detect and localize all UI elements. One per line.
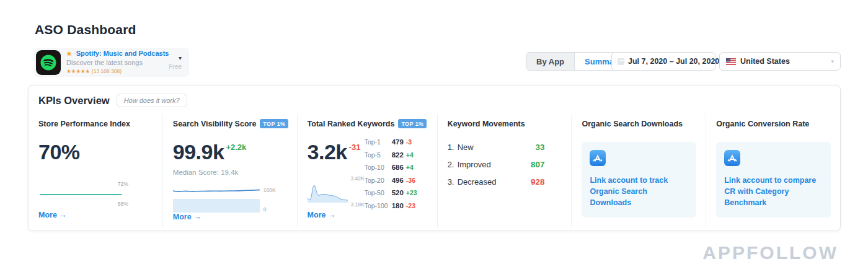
app-subtitle: Discover the latest songs bbox=[66, 59, 169, 68]
favorite-star-icon: ★ bbox=[66, 50, 72, 58]
table-row: Top-20 496 -36 bbox=[365, 177, 428, 184]
search-visibility-top-badge: TOP 1% bbox=[260, 119, 288, 128]
table-row: Top-50 520 +23 bbox=[365, 189, 428, 196]
organic-downloads-link-panel[interactable]: Link account to track Organic Search Dow… bbox=[582, 142, 696, 218]
app-store-icon bbox=[590, 150, 606, 166]
app-meta: ★ Spotify: Music and Podcasts Discover t… bbox=[66, 50, 169, 75]
page-title: ASO Dashboard bbox=[35, 22, 136, 37]
store-performance-title: Store Performance Index bbox=[38, 120, 130, 128]
card-organic-downloads: Organic Search Downloads Link account to… bbox=[572, 114, 706, 228]
sv-axis-top: 100K bbox=[264, 187, 276, 193]
list-item: 2. Improved 807 bbox=[448, 160, 545, 169]
organic-cr-link[interactable]: Link account to compare CR with Category… bbox=[724, 175, 823, 208]
ranked-keywords-sparkline: 3.42K 3.18K bbox=[308, 175, 365, 211]
list-item: 3. Decreased 928 bbox=[448, 177, 545, 187]
sp-axis-bottom: 68% bbox=[118, 201, 128, 207]
ranked-keywords-value: 3.2k bbox=[308, 140, 347, 164]
tab-by-app[interactable]: By App bbox=[526, 53, 575, 70]
spotify-app-icon bbox=[36, 50, 61, 75]
keyword-movements-list: 1. New 33 2. Improved 807 3. Decreased 9… bbox=[448, 143, 562, 195]
ranked-keywords-title: Total Ranked Keywords bbox=[308, 120, 395, 128]
ranked-keywords-more-link[interactable]: More → bbox=[308, 211, 428, 219]
calendar-icon bbox=[618, 58, 624, 65]
country-value: United States bbox=[740, 57, 790, 66]
how-does-it-work-button[interactable]: How does it work? bbox=[117, 94, 187, 107]
app-selector[interactable]: ★ Spotify: Music and Podcasts Discover t… bbox=[34, 48, 189, 77]
list-item: 1. New 33 bbox=[448, 143, 545, 152]
store-performance-sparkline: 72% 68% bbox=[38, 181, 153, 208]
organic-cr-link-panel[interactable]: Link account to compare CR with Category… bbox=[716, 142, 831, 218]
store-performance-more-link[interactable]: More → bbox=[38, 211, 153, 219]
kpis-section-title: KPIs Overview bbox=[38, 95, 110, 107]
card-search-visibility: Search Visibility Score TOP 1% 99.9k+2.2… bbox=[163, 114, 298, 228]
table-row: Top-5 822 +4 bbox=[365, 151, 428, 159]
table-row: Top-1 479 -3 bbox=[365, 138, 428, 146]
apple-logo-icon bbox=[74, 50, 74, 58]
kw-axis-top: 3.42K bbox=[350, 175, 364, 182]
store-performance-value: 70% bbox=[38, 140, 80, 164]
sv-line bbox=[173, 186, 260, 195]
country-caret-icon: ▾ bbox=[831, 58, 834, 64]
table-row: Top-10 686 +4 bbox=[365, 164, 428, 171]
sp-axis-top: 72% bbox=[118, 181, 128, 187]
app-name: Spotify: Music and Podcasts bbox=[76, 50, 169, 58]
organic-cr-title: Organic Conversion Rate bbox=[716, 120, 809, 128]
median-score-label: Median Score: 19.4k bbox=[173, 169, 288, 176]
appfollow-watermark: APPFOLLOW bbox=[702, 242, 838, 263]
app-price: Free bbox=[169, 63, 182, 70]
rating-stars-icon: ★★★★★ bbox=[66, 68, 90, 75]
card-store-performance: Store Performance Index 70% 72% 68% More… bbox=[29, 114, 163, 228]
us-flag-icon bbox=[726, 58, 736, 65]
search-visibility-delta: +2.2k bbox=[226, 143, 246, 152]
card-ranked-keywords: Total Ranked Keywords TOP 1% 3.2k-31 3.4… bbox=[298, 114, 438, 228]
sv-area-band bbox=[173, 199, 260, 213]
ranked-keywords-delta: -31 bbox=[349, 143, 361, 152]
rating-count: (13 108 308) bbox=[92, 68, 122, 75]
search-visibility-more-link[interactable]: More → bbox=[173, 213, 288, 221]
search-visibility-sparkline: 100K 0 bbox=[173, 186, 288, 213]
date-range-picker[interactable]: Jul 7, 2020 – Jul 20, 2020 ▾ bbox=[611, 52, 715, 71]
ranked-keywords-table: Top-1 479 -3 Top-5 822 +4 Top-10 686 +4 bbox=[365, 138, 428, 211]
table-row: Top-100 180 -23 bbox=[365, 202, 428, 209]
card-keyword-movements: Keyword Movements 1. New 33 2. Improved … bbox=[438, 114, 572, 228]
sv-axis-bottom: 0 bbox=[264, 206, 267, 213]
app-store-icon bbox=[724, 150, 740, 166]
card-organic-cr: Organic Conversion Rate Link account to … bbox=[706, 114, 840, 228]
keyword-movements-title: Keyword Movements bbox=[448, 120, 525, 128]
country-selector[interactable]: United States ▾ bbox=[719, 52, 841, 71]
kw-area-chart bbox=[308, 175, 348, 211]
app-selector-caret-icon[interactable]: ▾ bbox=[179, 55, 182, 61]
organic-downloads-title: Organic Search Downloads bbox=[582, 120, 683, 128]
kw-axis-bottom: 3.18K bbox=[350, 201, 364, 208]
kpis-overview-panel: KPIs Overview How does it work? Store Pe… bbox=[28, 85, 841, 231]
sp-line bbox=[40, 194, 122, 195]
date-range-value: Jul 7, 2020 – Jul 20, 2020 bbox=[628, 57, 719, 66]
organic-downloads-link[interactable]: Link account to track Organic Search Dow… bbox=[590, 175, 689, 208]
search-visibility-value: 99.9k bbox=[173, 140, 224, 164]
search-visibility-title: Search Visibility Score bbox=[173, 120, 257, 128]
ranked-keywords-top-badge: TOP 1% bbox=[398, 119, 427, 128]
